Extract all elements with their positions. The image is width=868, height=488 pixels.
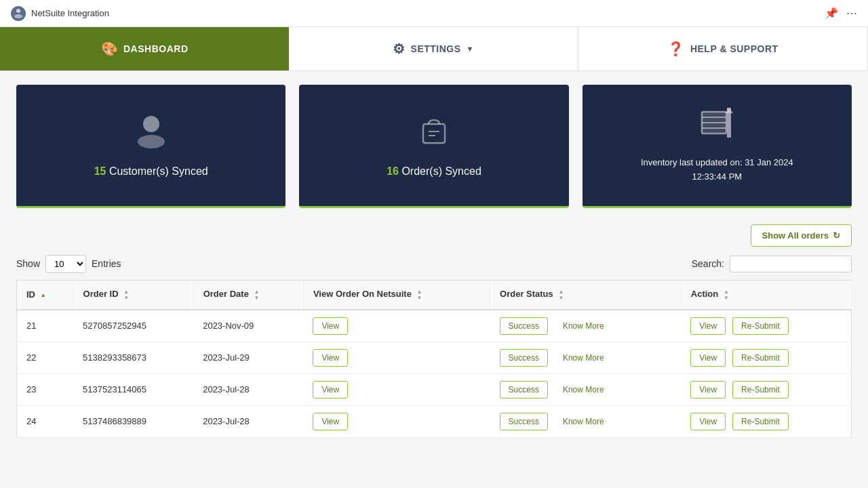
table-header: ID ▲ Order ID ▲▼ Order Date ▲▼ [17,280,852,310]
know-more-button-1[interactable]: Know More [555,350,612,366]
title-bar: NetSuite Integration 📌 ⋯ [0,0,868,27]
svg-point-2 [143,116,159,132]
tab-dashboard[interactable]: 🎨 DASHBOARD [0,27,289,70]
cell-view-3: View [303,405,490,437]
cell-action-1: View Re-Submit [681,342,851,373]
tab-settings-label: SETTINGS [411,43,461,54]
show-label: Show [16,258,40,269]
search-input[interactable] [730,256,852,272]
sort-action-icon[interactable]: ▲▼ [724,289,729,301]
resubmit-button-2[interactable]: Re-Submit [732,381,789,399]
action-cell-2: View Re-Submit [690,381,842,399]
view-netsuite-button-2[interactable]: View [313,381,348,399]
action-cell-0: View Re-Submit [690,317,842,335]
nav-tabs: 🎨 DASHBOARD ⚙ SETTINGS ▼ ❓ HELP & SUPPOR… [0,27,868,71]
cell-status-2: Success Know More [490,373,682,405]
table-header-row: ID ▲ Order ID ▲▼ Order Date ▲▼ [17,280,852,310]
cell-action-3: View Re-Submit [681,405,851,437]
sort-status-icon[interactable]: ▲▼ [558,289,564,301]
cell-view-0: View [303,310,490,342]
table-controls-left: Show 10 25 50 100 Entries [16,255,121,273]
sort-view-icon[interactable]: ▲▼ [417,289,422,301]
search-label: Search: [692,258,724,269]
cell-orderid-2: 5137523114065 [73,373,193,405]
dashboard-icon: 🎨 [101,41,119,57]
action-view-button-3[interactable]: View [690,413,726,430]
col-view-order: View Order On Netsuite ▲▼ [303,280,490,310]
cell-date-1: 2023-Jul-29 [193,342,303,373]
cell-view-1: View [303,342,490,373]
cell-date-2: 2023-Jul-28 [193,373,303,405]
resubmit-button-1[interactable]: Re-Submit [732,349,789,367]
action-view-button-2[interactable]: View [690,381,726,399]
customers-synced-text: 15 Customer(s) Synced [94,165,208,178]
success-badge-0[interactable]: Success [500,317,548,335]
show-orders-label: Show All orders [762,230,829,241]
cell-date-3: 2023-Jul-28 [193,405,303,437]
svg-rect-4 [423,124,445,143]
orders-count: 16 [387,165,399,177]
resubmit-button-3[interactable]: Re-Submit [732,413,789,430]
success-badge-1[interactable]: Success [500,349,548,367]
sort-id-icon[interactable]: ▲ [41,292,46,298]
svg-rect-5 [429,131,439,132]
status-cell-3: Success Know More [500,413,672,430]
refresh-icon: ↻ [833,230,840,241]
stat-card-orders: 16 Order(s) Synced [299,85,568,208]
inventory-icon [699,106,734,145]
know-more-button-3[interactable]: Know More [555,413,612,430]
customers-count: 15 [94,165,106,177]
menu-icon[interactable]: ⋯ [846,7,857,20]
tab-help-label: HELP & SUPPORT [690,43,778,54]
cell-date-0: 2023-Nov-09 [193,310,303,342]
pin-icon[interactable]: 📌 [825,7,838,20]
tab-settings[interactable]: ⚙ SETTINGS ▼ [289,27,578,70]
entries-select[interactable]: 10 25 50 100 [45,255,86,273]
cell-action-2: View Re-Submit [681,373,851,405]
svg-point-0 [16,9,20,13]
success-badge-2[interactable]: Success [500,381,548,399]
customers-label: Customer(s) Synced [109,165,208,177]
chevron-down-icon: ▼ [467,45,474,53]
main-content: 15 Customer(s) Synced 16 Order(s) Synced [0,71,868,451]
inventory-text: Inventory last updated on: 31 Jan 2024 1… [641,156,793,184]
tab-help[interactable]: ❓ HELP & SUPPORT [578,27,868,70]
success-badge-3[interactable]: Success [500,413,548,430]
action-view-button-1[interactable]: View [690,349,726,367]
sort-date-icon[interactable]: ▲▼ [254,289,260,301]
cell-id-2: 23 [17,373,74,405]
col-order-date: Order Date ▲▼ [193,280,303,310]
view-netsuite-button-0[interactable]: View [313,317,348,335]
title-bar-actions: 📌 ⋯ [825,7,857,20]
orders-icon [418,113,450,155]
cell-orderid-1: 5138293358673 [73,342,193,373]
status-cell-1: Success Know More [500,349,672,367]
table-controls-right: Search: [692,256,852,272]
view-netsuite-button-1[interactable]: View [313,349,348,367]
svg-rect-6 [429,135,435,136]
stat-card-customers: 15 Customer(s) Synced [16,85,285,208]
col-action: Action ▲▼ [681,280,851,310]
action-cell-3: View Re-Submit [690,413,842,430]
show-orders-button[interactable]: Show All orders ↻ [751,224,852,247]
orders-header: Show All orders ↻ [16,224,852,247]
orders-table: ID ▲ Order ID ▲▼ Order Date ▲▼ [16,280,852,438]
inventory-line1: Inventory last updated on: 31 Jan 2024 [641,156,793,170]
sort-orderid-icon[interactable]: ▲▼ [123,289,129,301]
orders-label: Order(s) Synced [401,165,481,177]
action-view-button-0[interactable]: View [690,317,726,335]
view-netsuite-button-3[interactable]: View [313,413,348,430]
app-logo [11,6,26,21]
help-icon: ❓ [667,41,685,57]
stat-card-inventory: Inventory last updated on: 31 Jan 2024 1… [583,85,852,208]
know-more-button-2[interactable]: Know More [555,382,612,398]
tab-dashboard-label: DASHBOARD [123,43,189,54]
know-more-button-0[interactable]: Know More [555,318,612,334]
resubmit-button-0[interactable]: Re-Submit [732,317,789,335]
stat-cards: 15 Customer(s) Synced 16 Order(s) Synced [16,85,852,208]
cell-orderid-0: 5270857252945 [73,310,193,342]
inventory-line2: 12:33:44 PM [641,170,793,184]
customer-icon [135,113,167,155]
cell-action-0: View Re-Submit [681,310,851,342]
app-title: NetSuite Integration [31,8,109,18]
